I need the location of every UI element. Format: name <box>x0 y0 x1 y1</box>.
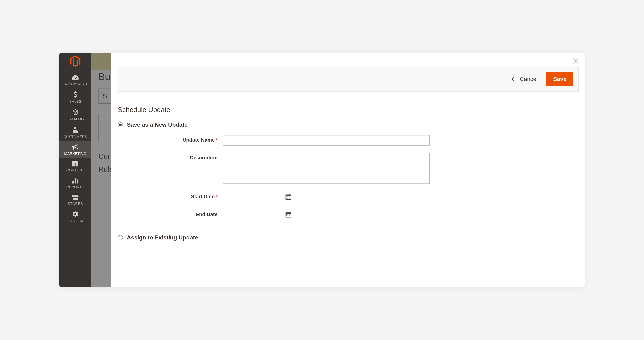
nav-label: CUSTOMERS <box>64 135 87 139</box>
option-label: Assign to Existing Update <box>127 234 198 241</box>
nav-reports[interactable]: REPORTS <box>59 175 91 192</box>
nav-content[interactable]: CONTENT <box>59 158 91 175</box>
update-name-input[interactable] <box>223 135 430 145</box>
nav-label: STORES <box>68 202 83 206</box>
nav-catalog[interactable]: CATALOG <box>59 106 91 123</box>
calendar-icon[interactable] <box>286 194 291 200</box>
nav-label: SALES <box>69 99 82 104</box>
dollar-icon <box>73 91 77 99</box>
app-frame: DASHBOARD SALES CATALOG CUSTOMERS MARKET… <box>59 53 585 287</box>
admin-sidebar: DASHBOARD SALES CATALOG CUSTOMERS MARKET… <box>59 53 91 287</box>
nav-dashboard[interactable]: DASHBOARD <box>59 72 91 88</box>
row-description: Description <box>118 153 578 184</box>
schedule-update-modal: Cancel Save Schedule Update Save as a Ne… <box>112 53 585 287</box>
end-date-input[interactable] <box>223 210 293 220</box>
cancel-button[interactable]: Cancel <box>512 76 538 82</box>
radio-icon <box>118 122 123 127</box>
radio-icon <box>118 235 123 240</box>
section-title: Schedule Update <box>118 106 578 117</box>
row-start-date: Start Date* <box>118 192 578 202</box>
option-label: Save as a New Update <box>127 121 188 128</box>
option-save-new[interactable]: Save as a New Update <box>118 121 578 128</box>
bars-icon <box>72 178 78 184</box>
nav-customers[interactable]: CUSTOMERS <box>59 123 91 141</box>
save-button[interactable]: Save <box>546 72 574 86</box>
person-icon <box>73 127 78 134</box>
nav-label: REPORTS <box>66 185 84 189</box>
cancel-label: Cancel <box>520 76 538 82</box>
nav-label: MARKETING <box>64 152 86 156</box>
description-input[interactable] <box>223 153 430 184</box>
nav-label: SYSTEM <box>68 219 83 223</box>
label-end-date: End Date <box>118 210 223 217</box>
label-description: Description <box>118 153 223 161</box>
close-button[interactable] <box>572 58 579 65</box>
arrow-left-icon <box>512 76 516 82</box>
calendar-icon[interactable] <box>286 212 291 218</box>
layout-icon <box>72 161 78 167</box>
label-start-date: Start Date* <box>118 192 223 200</box>
box-icon <box>72 109 78 116</box>
option-assign-existing[interactable]: Assign to Existing Update <box>118 234 578 241</box>
modal-header: Cancel Save <box>118 67 578 92</box>
nav-stores[interactable]: STORES <box>59 192 91 208</box>
nav-label: DASHBOARD <box>64 82 87 86</box>
megaphone-icon <box>72 144 79 151</box>
nav-marketing[interactable]: MARKETING <box>59 141 91 158</box>
gauge-icon <box>72 75 79 81</box>
nav-sales[interactable]: SALES <box>59 88 91 106</box>
new-update-form: Update Name* Description Start Date* <box>118 135 578 230</box>
start-date-input[interactable] <box>223 192 293 202</box>
nav-label: CATALOG <box>67 117 84 121</box>
magento-logo[interactable] <box>70 55 80 68</box>
label-update-name: Update Name* <box>118 135 223 143</box>
row-update-name: Update Name* <box>118 135 578 145</box>
nav-label: CONTENT <box>66 168 84 172</box>
gear-icon <box>72 211 78 218</box>
close-icon <box>572 58 579 64</box>
row-end-date: End Date <box>118 210 578 220</box>
nav-system[interactable]: SYSTEM <box>59 208 91 225</box>
modal-body: Schedule Update Save as a New Update Upd… <box>112 106 585 241</box>
store-icon <box>72 195 78 201</box>
